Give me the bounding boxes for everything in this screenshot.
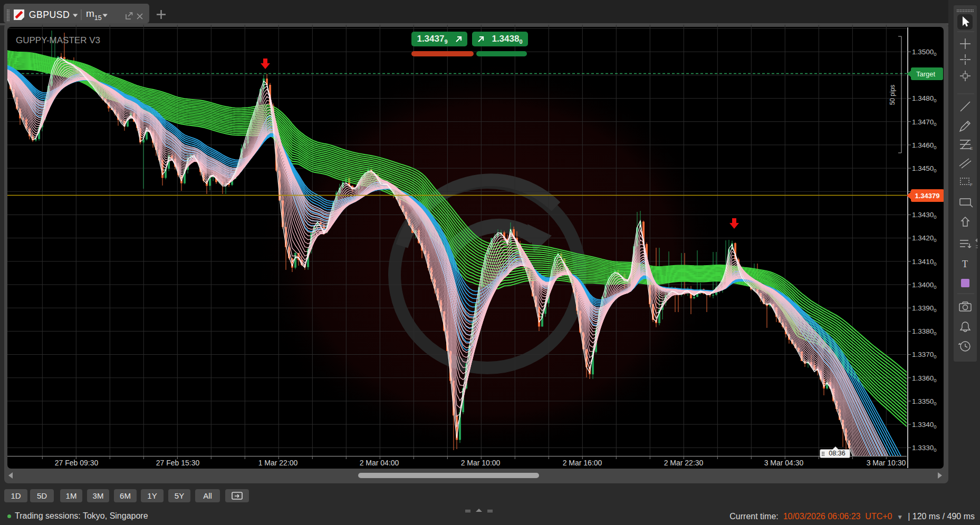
svg-text:1.34300: 1.34300	[912, 211, 937, 220]
svg-text:1.34800: 1.34800	[912, 94, 937, 103]
svg-text:F: F	[970, 182, 973, 187]
svg-text:GBPUSD: GBPUSD	[29, 8, 70, 20]
svg-text:1.33800: 1.33800	[912, 327, 937, 336]
svg-text:50 pips: 50 pips	[889, 85, 896, 105]
svg-text:27 Feb 09:30: 27 Feb 09:30	[55, 459, 99, 467]
svg-text:1.33900: 1.33900	[912, 304, 937, 313]
svg-text:1.35000: 1.35000	[912, 48, 937, 57]
svg-text:E: E	[970, 146, 973, 151]
svg-text:2 Mar 22:30: 2 Mar 22:30	[664, 459, 704, 467]
svg-text:1.34379: 1.34379	[915, 192, 940, 200]
svg-text:2 Mar 04:00: 2 Mar 04:00	[360, 459, 399, 467]
svg-text:3 Mar 04:30: 3 Mar 04:30	[764, 459, 804, 467]
svg-text:1.34100: 1.34100	[912, 258, 937, 267]
svg-text:1.33300: 1.33300	[912, 444, 937, 453]
svg-text:2 Mar 16:00: 2 Mar 16:00	[563, 459, 602, 467]
svg-text:1.34700: 1.34700	[912, 118, 937, 127]
svg-text:1.34600: 1.34600	[912, 141, 937, 150]
svg-text:1 Mar 22:00: 1 Mar 22:00	[258, 459, 298, 467]
svg-text:1.34200: 1.34200	[912, 234, 937, 243]
svg-text:1.34500: 1.34500	[912, 164, 937, 173]
svg-text:1.33400: 1.33400	[912, 421, 937, 430]
svg-text:1.34000: 1.34000	[912, 281, 937, 290]
svg-text:1.33600: 1.33600	[912, 374, 937, 383]
svg-text:Target: Target	[916, 70, 936, 78]
svg-text:2 Mar 10:00: 2 Mar 10:00	[461, 459, 501, 467]
svg-text:T: T	[962, 259, 968, 269]
svg-text:27 Feb 15:30: 27 Feb 15:30	[156, 459, 200, 467]
svg-text:1.33700: 1.33700	[912, 351, 937, 359]
svg-text:1.33500: 1.33500	[912, 397, 937, 406]
svg-text:3 Mar 10:30: 3 Mar 10:30	[867, 459, 906, 467]
